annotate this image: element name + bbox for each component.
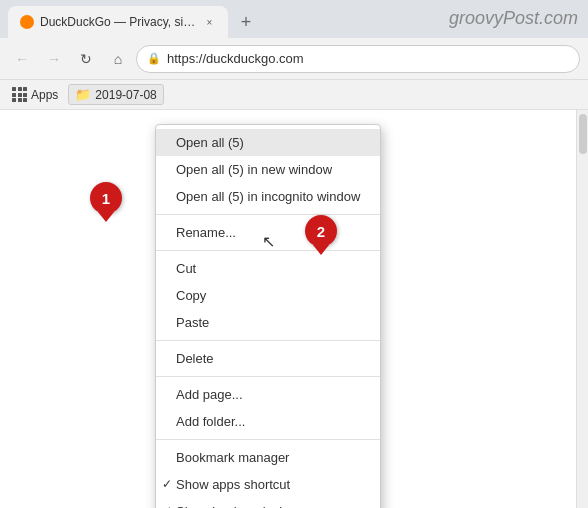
menu-item-show-bookmarks-bar[interactable]: Show bookmarks bar <box>156 498 380 508</box>
menu-item-cut[interactable]: Cut <box>156 255 380 282</box>
browser-window: DuckDuckGo — Privacy, simplifie... × + g… <box>0 0 588 508</box>
menu-divider <box>156 214 380 215</box>
menu-item-bookmark-manager[interactable]: Bookmark manager <box>156 444 380 471</box>
new-tab-button[interactable]: + <box>232 8 260 36</box>
menu-item-open-all[interactable]: Open all (5) <box>156 129 380 156</box>
home-icon: ⌂ <box>114 51 122 67</box>
badge-1-shape: 1 <box>90 182 122 214</box>
menu-item-open-all-incognito[interactable]: Open all (5) in incognito window <box>156 183 380 210</box>
tab-close-button[interactable]: × <box>203 14 216 30</box>
back-icon: ← <box>15 51 29 67</box>
badge-2-label: 2 <box>317 223 325 240</box>
refresh-icon: ↻ <box>80 51 92 67</box>
badge-1-label: 1 <box>102 190 110 207</box>
bookmark-folder[interactable]: 📁 2019-07-08 <box>68 84 163 105</box>
menu-item-add-folder[interactable]: Add folder... <box>156 408 380 435</box>
tab-favicon <box>20 15 34 29</box>
menu-divider <box>156 250 380 251</box>
lock-icon: 🔒 <box>147 52 161 65</box>
scrollbar[interactable] <box>576 110 588 508</box>
menu-item-open-all-new-window[interactable]: Open all (5) in new window <box>156 156 380 183</box>
apps-button[interactable]: Apps <box>8 85 62 104</box>
content-area: Open all (5)Open all (5) in new windowOp… <box>0 110 588 508</box>
scrollbar-thumb[interactable] <box>579 114 587 154</box>
watermark: groovyPost.com <box>449 8 578 29</box>
folder-icon: 📁 <box>75 87 91 102</box>
back-button[interactable]: ← <box>8 45 36 73</box>
menu-item-paste[interactable]: Paste <box>156 309 380 336</box>
menu-divider <box>156 376 380 377</box>
annotation-badge-2: 2 <box>305 215 337 247</box>
menu-item-show-apps-shortcut[interactable]: Show apps shortcut <box>156 471 380 498</box>
forward-icon: → <box>47 51 61 67</box>
tab-title: DuckDuckGo — Privacy, simplifie... <box>40 15 197 29</box>
forward-button[interactable]: → <box>40 45 68 73</box>
url-text: https://duckduckgo.com <box>167 51 304 66</box>
apps-grid-icon <box>12 87 27 102</box>
nav-bar: ← → ↻ ⌂ 🔒 https://duckduckgo.com <box>0 38 588 80</box>
badge-2-shape: 2 <box>305 215 337 247</box>
menu-item-delete[interactable]: Delete <box>156 345 380 372</box>
folder-name: 2019-07-08 <box>95 88 156 102</box>
menu-item-add-page[interactable]: Add page... <box>156 381 380 408</box>
refresh-button[interactable]: ↻ <box>72 45 100 73</box>
menu-divider <box>156 439 380 440</box>
menu-item-copy[interactable]: Copy <box>156 282 380 309</box>
menu-item-rename[interactable]: Rename... <box>156 219 380 246</box>
apps-label: Apps <box>31 88 58 102</box>
active-tab[interactable]: DuckDuckGo — Privacy, simplifie... × <box>8 6 228 38</box>
annotation-badge-1: 1 <box>90 182 122 214</box>
address-bar[interactable]: 🔒 https://duckduckgo.com <box>136 45 580 73</box>
context-menu: Open all (5)Open all (5) in new windowOp… <box>155 124 381 508</box>
home-button[interactable]: ⌂ <box>104 45 132 73</box>
bookmarks-bar: Apps 📁 2019-07-08 <box>0 80 588 110</box>
menu-divider <box>156 340 380 341</box>
tab-bar: DuckDuckGo — Privacy, simplifie... × + g… <box>0 0 588 38</box>
